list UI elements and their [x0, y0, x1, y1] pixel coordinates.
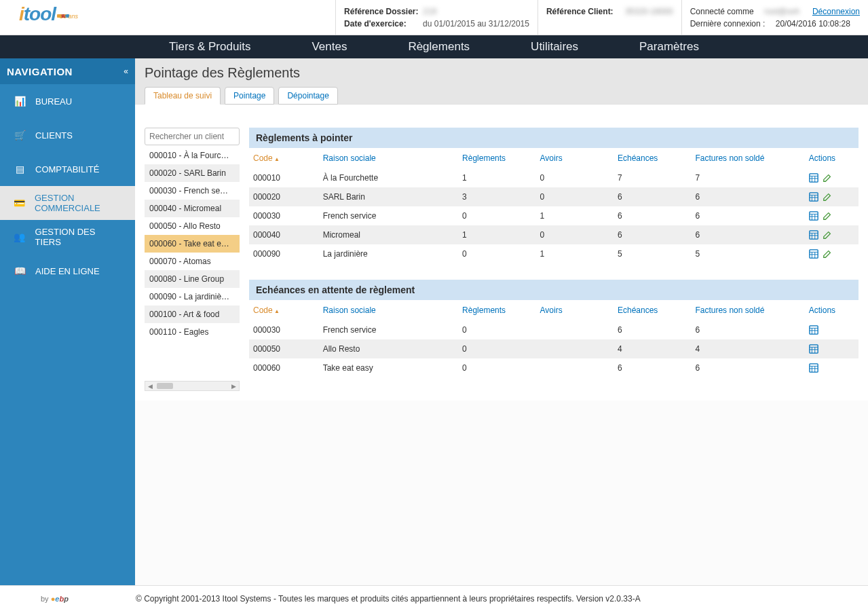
sidebar-item-5[interactable]: 📖AIDE EN LIGNE: [0, 254, 135, 288]
search-input[interactable]: [145, 128, 240, 145]
cell-ech: 6: [614, 187, 691, 206]
client-item[interactable]: 000030 - French se…: [145, 182, 240, 200]
sidebar-item-4[interactable]: 👥GESTION DES TIERS: [0, 220, 135, 254]
ebp-logo: by ●ebp: [41, 595, 69, 603]
edit-icon[interactable]: [823, 192, 832, 202]
sidebar-title: NAVIGATION: [7, 66, 73, 77]
sidebar-item-2[interactable]: ▤COMPTABILITÉ: [0, 152, 135, 186]
svg-rect-0: [810, 174, 818, 182]
collapse-icon[interactable]: «: [124, 67, 128, 76]
tab-2[interactable]: Dépointage: [278, 87, 337, 105]
client-item[interactable]: 000050 - Allo Resto: [145, 217, 240, 235]
client-block: Référence Client:35320-18000: [537, 0, 681, 35]
client-item[interactable]: 000060 - Take eat e…: [145, 235, 240, 253]
sidebar: NAVIGATION « 📊BUREAU🛒CLIENTS▤COMPTABILIT…: [0, 58, 135, 585]
cell-code: 000060: [249, 358, 319, 377]
cell-ech: 6: [614, 358, 691, 377]
nav-tiers[interactable]: Tiers & Produits: [169, 40, 250, 54]
cell-ech: 6: [614, 320, 691, 339]
sidebar-item-3[interactable]: 💳GESTION COMMERCIALE: [0, 186, 135, 220]
table-echeances: Echéances en attente de règlement CodeRa…: [249, 280, 858, 377]
client-item[interactable]: 000070 - Atomas: [145, 253, 240, 270]
nav-parametres[interactable]: Paramètres: [639, 40, 699, 54]
calculator-icon[interactable]: [809, 230, 818, 240]
sidebar-item-label: GESTION COMMERCIALE: [35, 193, 121, 213]
basket-icon: 🛒: [14, 130, 26, 141]
client-list: 000010 - À la Fourc…000020 - SARL Barin0…: [145, 147, 240, 378]
edit-icon[interactable]: [823, 230, 832, 240]
client-item[interactable]: 000040 - Micromeal: [145, 200, 240, 217]
table-row: 000060Take eat easy066: [249, 358, 858, 377]
col-header[interactable]: Règlements: [458, 148, 535, 168]
svg-rect-5: [810, 193, 818, 201]
tab-1[interactable]: Pointage: [225, 87, 274, 105]
col-header[interactable]: Règlements: [458, 300, 535, 320]
col-header[interactable]: Code: [249, 300, 319, 320]
col-header[interactable]: Echéances: [614, 148, 691, 168]
client-item[interactable]: 000020 - SARL Barin: [145, 164, 240, 182]
calculator-icon[interactable]: [809, 173, 818, 183]
dossier-block: Référence Dossier:219 Date d'exercice:du…: [335, 0, 537, 35]
calculator-icon[interactable]: [809, 325, 818, 335]
cell-reg: 0: [458, 358, 535, 377]
scroll-left-icon[interactable]: ◀: [148, 383, 153, 390]
cell-av: 0: [536, 225, 614, 244]
col-header[interactable]: Factures non soldé: [691, 148, 804, 168]
cell-name: Micromeal: [319, 225, 458, 244]
cell-code: 000020: [249, 187, 319, 206]
table-row: 000050Allo Resto044: [249, 339, 858, 358]
footer: by ●ebp © Copyright 2001-2013 Itool Syst…: [0, 585, 868, 611]
cell-name: French service: [319, 206, 458, 225]
nav-reglements[interactable]: Règlements: [408, 40, 470, 54]
sidebar-item-label: BUREAU: [35, 96, 72, 107]
nav-utilitaires[interactable]: Utilitaires: [531, 40, 578, 54]
svg-rect-10: [810, 212, 818, 220]
calculator-icon[interactable]: [809, 363, 818, 373]
col-header[interactable]: Avoirs: [536, 148, 614, 168]
client-item[interactable]: 000080 - Line Group: [145, 270, 240, 288]
connected-label: Connecté comme: [690, 5, 754, 18]
main-nav: Tiers & Produits Ventes Règlements Utili…: [0, 35, 868, 58]
client-item[interactable]: 000110 - Eagles: [145, 323, 240, 341]
col-header[interactable]: Code: [249, 148, 319, 168]
client-item[interactable]: 000010 - À la Fourc…: [145, 147, 240, 164]
client-value: 35320-18000: [625, 5, 673, 18]
calculator-icon[interactable]: [809, 344, 818, 354]
connected-user: root@ovh: [764, 5, 799, 18]
edit-icon[interactable]: [823, 211, 832, 221]
edit-icon[interactable]: [823, 249, 832, 259]
calculator-icon[interactable]: [809, 211, 818, 221]
table1-title: Règlements à pointer: [249, 128, 858, 148]
col-header[interactable]: Factures non soldé: [691, 300, 804, 320]
card-icon: 💳: [14, 198, 25, 208]
calculator-icon[interactable]: [809, 192, 818, 202]
cell-reg: 1: [458, 225, 535, 244]
client-item[interactable]: 000100 - Art & food: [145, 306, 240, 323]
client-item[interactable]: 000090 - La jardiniè…: [145, 288, 240, 306]
tab-0[interactable]: Tableau de suivi: [145, 87, 221, 105]
col-header[interactable]: Raison sociale: [319, 148, 458, 168]
users-icon: 👥: [14, 232, 26, 242]
col-header[interactable]: Actions: [805, 148, 858, 168]
svg-rect-30: [810, 345, 818, 353]
exercice-value: du 01/01/2015 au 31/12/2015: [423, 18, 529, 30]
logout-link[interactable]: Déconnexion: [812, 5, 860, 18]
calculator-icon[interactable]: [809, 249, 818, 259]
sidebar-item-0[interactable]: 📊BUREAU: [0, 84, 135, 118]
scroll-thumb[interactable]: [157, 383, 173, 389]
nav-ventes[interactable]: Ventes: [312, 40, 347, 54]
table-row: 000030French service0166: [249, 206, 858, 225]
horizontal-scrollbar[interactable]: ◀ ▶: [145, 381, 240, 391]
cell-reg: 0: [458, 339, 535, 358]
col-header[interactable]: Echéances: [614, 300, 691, 320]
col-header[interactable]: Actions: [805, 300, 858, 320]
calculator-icon: ▤: [14, 164, 26, 174]
col-header[interactable]: Avoirs: [536, 300, 614, 320]
col-header[interactable]: Raison sociale: [319, 300, 458, 320]
table-row: 000020SARL Barin3066: [249, 187, 858, 206]
sidebar-item-1[interactable]: 🛒CLIENTS: [0, 118, 135, 152]
edit-icon[interactable]: [823, 173, 832, 183]
scroll-right-icon[interactable]: ▶: [231, 383, 236, 390]
table2-title: Echéances en attente de règlement: [249, 280, 858, 300]
cell-fac: 7: [691, 168, 804, 187]
